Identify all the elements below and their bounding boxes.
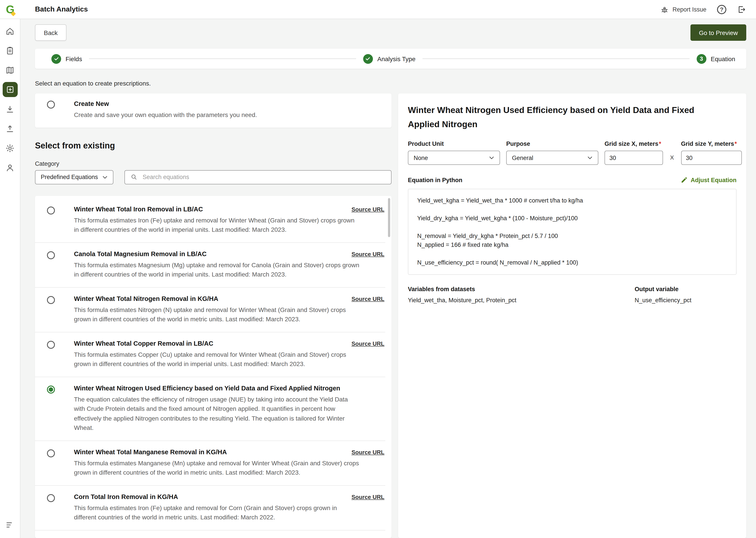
equation-item-body: Winter Wheat Total Copper Removal in LB/… [74,332,385,376]
logout-icon[interactable] [737,5,746,14]
source-url-link[interactable]: Source URL [352,340,384,347]
stepper-line [89,59,356,59]
purpose-select[interactable]: General [506,151,598,165]
back-button[interactable]: Back [35,25,67,41]
equation-code: Yield_wet_kgha = Yield_wet_tha * 1000 # … [408,189,736,275]
step-fields[interactable]: Fields [51,54,82,64]
create-new-option[interactable]: Create New Create and save your own equa… [35,93,392,128]
equation-title: Winter Wheat Total Iron Removal in LB/AC [74,205,352,212]
equation-radio[interactable] [47,206,55,214]
radio-column [35,242,74,287]
equation-list-item[interactable]: Winter Wheat Total Nitrogen Removal in K… [35,288,385,332]
step-equation[interactable]: 3 Equation [696,54,735,64]
purpose-value: General [512,154,533,161]
source-url-link[interactable]: Source URL [352,296,384,302]
report-issue-button[interactable]: Report Issue [661,5,706,14]
sidebar-item-tasks[interactable] [0,41,20,60]
equation-radio[interactable] [47,494,55,502]
radio-column [35,441,74,485]
adjust-equation-button[interactable]: Adjust Equation [681,176,736,184]
equation-item-body: Winter Wheat Total Iron Removal in LB/AC… [74,198,385,242]
equation-description: This formula estimates Manganese (Mn) up… [74,458,359,477]
home-icon [5,27,15,36]
equation-list-item[interactable]: Winter Wheat Total Iron Removal in LB/AC… [35,198,385,242]
sidebar-item-home[interactable] [0,21,20,41]
page-title: Batch Analytics [35,5,88,13]
settings-gear-icon [5,143,15,153]
grid-size-x-input[interactable] [604,151,663,165]
add-analytics-icon [6,85,14,94]
sidebar-item-batch-analytics[interactable] [0,80,20,99]
equation-list: Winter Wheat Total Iron Removal in LB/AC… [35,196,392,538]
equation-description: The equation calculates the efficiency o… [74,395,359,433]
help-icon[interactable]: ? [717,5,726,14]
go-to-preview-button[interactable]: Go to Preview [690,25,746,41]
sidebar-item-settings[interactable] [0,138,20,158]
create-new-description: Create and save your own equation with t… [74,110,257,120]
equation-title: Canola Total Magnesium Removal in LB/AC [74,250,352,257]
sidebar-item-upload[interactable] [0,119,20,138]
product-unit-value: None [414,154,428,161]
code-line: Yield_dry_kgha = Yield_wet_kgha * (100 -… [417,214,727,223]
sidebar-item-sort[interactable] [0,515,20,534]
radio-column [35,288,74,332]
equation-description: This formula estimates Nitrogen (N) upta… [74,305,359,324]
equation-detail-panel: Winter Wheat Nitrogen Used Efficiency ba… [398,93,746,538]
equation-item-body: Winter Wheat Total Manganese Removal in … [74,441,385,485]
product-unit-select[interactable]: None [408,151,500,165]
code-line [417,205,727,214]
variables-label: Variables from datasets [408,286,635,293]
equation-radio[interactable] [47,296,55,304]
upload-icon [5,124,15,133]
output-variable: Output variable N_use_efficiency_pct [635,286,691,303]
category-select[interactable]: Predefined Equations [35,170,114,184]
app-logo[interactable]: G [0,4,21,15]
section-heading: Select from existing [35,141,392,150]
equation-item-body: Winter Wheat Nitrogen Used Efficiency ba… [74,377,385,440]
code-line [417,249,727,258]
equation-item-body: Canola Total Magnesium Removal in LB/AC … [74,242,385,287]
equation-radio[interactable] [47,449,55,457]
grid-size-y-field: Grid size Y, meters* [681,140,742,165]
search-input[interactable] [142,173,386,181]
equation-item-body: Corn Total Iron Removal in KG/HA Source … [74,485,385,530]
create-new-radio[interactable] [47,101,55,109]
equation-header: Equation in Python Adjust Equation [408,176,736,184]
source-url-link[interactable]: Source URL [352,250,384,257]
code-line: N_removal = Yield_dry_kgha * Protein_pct… [417,232,727,241]
sidebar-item-profile[interactable] [0,158,20,177]
equation-title: Winter Wheat Total Manganese Removal in … [74,448,352,456]
equation-list-item[interactable]: Winter Wheat Total Manganese Removal in … [35,441,385,485]
source-url-link[interactable]: Source URL [352,206,384,212]
equation-radio[interactable] [47,341,55,349]
list-scrollbar-thumb[interactable] [388,198,390,237]
step-analysis-type[interactable]: Analysis Type [363,54,415,64]
grid-size-x-label: Grid size X, meters [604,140,658,147]
equation-list-item[interactable]: Winter Wheat Total Copper Removal in LB/… [35,332,385,377]
sidebar-item-maps[interactable] [0,60,20,80]
instruction-text: Select an equation to create prescriptio… [35,80,746,87]
source-url-link[interactable]: Source URL [352,449,384,456]
grid-size-y-input[interactable] [681,151,742,165]
equation-radio[interactable] [47,251,55,259]
equation-radio-selected[interactable] [47,385,55,393]
equation-item-body: Winter Wheat Total Nitrogen Removal in K… [74,288,385,332]
required-asterisk: * [659,140,661,147]
equation-list-item[interactable]: Corn Total Iron Removal in KG/HA Source … [35,485,385,530]
variables-from-datasets: Variables from datasets Yield_wet_tha, M… [408,286,635,303]
category-label: Category [35,160,392,167]
code-line: N_applied = 166 # fixed rate kg/ha [417,241,727,249]
equation-list-item-selected[interactable]: Winter Wheat Nitrogen Used Efficiency ba… [35,377,385,441]
equation-description: This formula estimates Iron (Fe) uptake … [74,216,359,235]
pencil-icon [681,176,687,184]
sidebar-item-download[interactable] [0,99,20,119]
active-tile [2,82,18,97]
equation-list-item[interactable]: Canola Total Magnesium Removal in LB/AC … [35,242,385,288]
equation-description: This formula estimates Magnesium (Mg) up… [74,260,359,279]
sidebar [0,19,21,538]
download-icon [5,104,15,114]
source-url-link[interactable]: Source URL [352,494,384,500]
equation-title: Winter Wheat Total Nitrogen Removal in K… [74,295,352,302]
check-icon [363,54,373,64]
step-analysis-type-label: Analysis Type [377,55,415,62]
